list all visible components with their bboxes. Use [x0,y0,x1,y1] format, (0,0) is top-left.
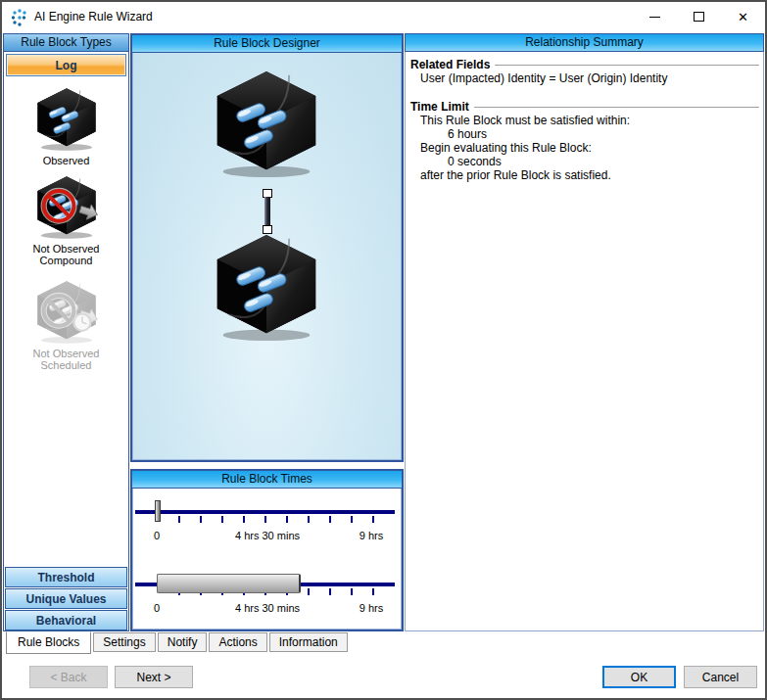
cancel-button[interactable]: Cancel [684,666,757,688]
tick [372,588,374,595]
scale-mid-label: 4 hrs 30 mins [235,530,300,541]
tab-rule-blocks[interactable]: Rule Blocks [6,631,91,654]
type-label: Not Observed Compound [13,243,120,266]
heading-text: Related Fields [410,58,490,71]
not-observed-compound-icon [32,175,101,240]
time-limit-value-1: 6 hours [448,128,759,141]
title-bar: AI Engine Rule Wizard ✕ [2,2,765,32]
wizard-tab-strip: Rule Blocks Settings Notify Actions Info… [2,631,765,655]
next-button[interactable]: Next > [115,666,193,688]
type-label: Observed [13,155,120,166]
tab-settings[interactable]: Settings [93,632,155,652]
type-item-not-observed-scheduled: Not Observed Scheduled [4,280,128,371]
not-observed-scheduled-icon [32,280,101,345]
slider-scale-labels: 0 4 hrs 30 mins 9 hrs [135,602,395,616]
rule-block-times-header: Rule Block Times [131,470,403,489]
scale-max-label: 9 hrs [360,530,383,541]
designer-column: Rule Block Designer Rule Block Times [130,33,404,631]
type-item-not-observed-compound[interactable]: Not Observed Compound [4,175,128,266]
relationship-summary-header: Relationship Summary [405,33,764,52]
slider-thumb[interactable] [155,500,161,522]
footer-bar: < Back Next > OK Cancel [2,655,765,698]
slider-track[interactable] [135,510,395,514]
app-logo-icon [10,8,29,27]
related-fields-line: User (Impacted) Identity = User (Origin)… [420,72,759,85]
heading-text: Time Limit [410,100,469,114]
tick [308,588,310,595]
behavioral-category-button[interactable]: Behavioral [5,610,127,630]
designer-canvas[interactable] [133,53,401,459]
rule-block-times-panel: Rule Block Times [130,469,404,631]
minimize-icon [649,17,660,18]
tick [243,516,245,523]
time-range-bar[interactable] [157,574,301,593]
log-type-button[interactable]: Log [6,54,126,76]
type-item-observed[interactable]: Observed [4,87,128,166]
relationship-summary-panel: Relationship Summary Related Fields User… [405,33,764,631]
time-limit-value-2: 0 seconds [448,156,759,168]
tab-notify[interactable]: Notify [158,632,208,652]
type-label: Not Observed Scheduled [13,348,120,371]
tick [372,516,374,523]
tick [351,588,353,595]
time-limit-line-2: Begin evaluating this Rule Block: [420,142,759,155]
minimize-button[interactable] [633,2,677,31]
tick [221,516,223,523]
rule-block-1-time-slider: 0 4 hrs 30 mins 9 hrs [135,500,395,551]
tick [178,516,180,523]
scale-mid-label: 4 hrs 30 mins [235,602,300,614]
tick [351,516,353,523]
related-fields-heading: Related Fields [410,58,759,71]
unique-values-category-button[interactable]: Unique Values [5,588,127,609]
connector-bar [264,197,270,226]
tick [329,588,331,595]
tab-actions[interactable]: Actions [209,632,266,652]
rule-block-1-cube[interactable] [208,70,325,179]
maximize-button[interactable] [677,2,721,31]
etched-rule [474,107,759,109]
rule-block-designer-header: Rule Block Designer [131,34,403,53]
tick [329,516,331,523]
tick [308,516,310,523]
back-button: < Back [29,666,108,688]
tick [264,516,266,523]
scale-min-label: 0 [154,530,160,541]
close-button[interactable]: ✕ [721,2,765,31]
times-area: 0 4 hrs 30 mins 9 hrs [133,489,401,629]
time-limit-heading: Time Limit [410,100,759,114]
threshold-category-button[interactable]: Threshold [5,567,127,587]
ok-button[interactable]: OK [602,666,676,688]
observed-cube-icon [32,87,101,152]
time-limit-line-1: This Rule Block must be satisfied within… [420,115,759,127]
slider-scale-labels: 0 4 hrs 30 mins 9 hrs [135,530,395,543]
tick [200,516,202,523]
rule-block-types-header: Rule Block Types [3,33,129,52]
window-title: AI Engine Rule Wizard [34,10,153,23]
summary-content: Related Fields User (Impacted) Identity … [406,52,763,182]
rule-block-types-panel: Rule Block Types Log Observed Not Observ… [3,33,129,631]
rule-block-2-time-slider: 0 4 hrs 30 mins 9 hrs [135,573,395,624]
scale-min-label: 0 [154,602,160,614]
rule-block-designer-panel: Rule Block Designer [130,33,404,462]
ai-engine-rule-wizard-window: AI Engine Rule Wizard ✕ Rule Block Types… [0,0,767,700]
time-limit-line-3: after the prior Rule Block is satisfied. [420,169,759,182]
scale-max-label: 9 hrs [360,602,383,614]
etched-rule [495,65,759,67]
maximize-icon [694,12,704,22]
main-area: Rule Block Types Log Observed Not Observ… [2,32,765,631]
tab-information[interactable]: Information [269,632,348,652]
tick [286,516,288,523]
close-icon: ✕ [738,10,748,24]
rule-block-2-cube[interactable] [208,233,325,343]
